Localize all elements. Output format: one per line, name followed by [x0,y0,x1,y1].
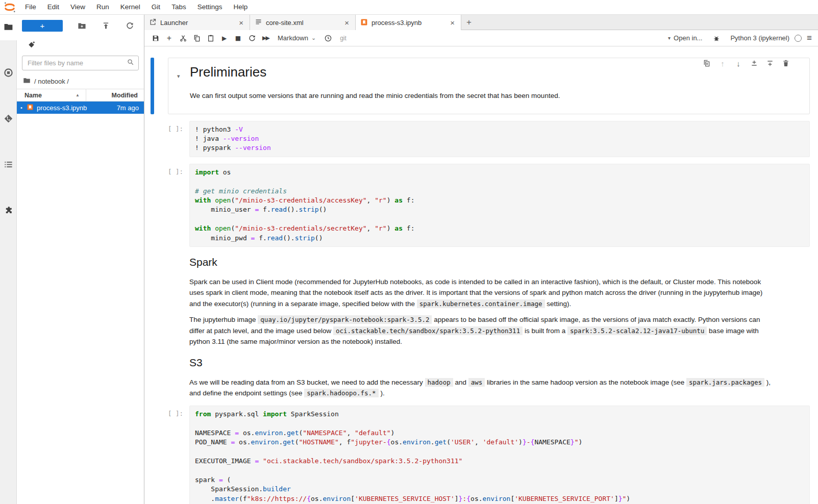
running-sessions-rail-button[interactable] [0,61,17,86]
copy-cells-button[interactable] [190,32,204,44]
code-line: import os [195,168,804,177]
cell-collapser[interactable] [151,406,154,504]
menu-help[interactable]: Help [228,3,253,11]
stop-kernel-button[interactable]: ■ [231,32,245,44]
move-cell-up-button[interactable]: ↑ [717,58,728,69]
markdown-cell[interactable]: S3As we will be reading data from an S3 … [144,357,818,399]
menu-view[interactable]: View [65,3,91,11]
close-icon[interactable]: × [237,18,245,27]
menu-edit[interactable]: Edit [42,3,65,11]
insert-cell-below-button[interactable] [764,58,776,69]
filter-files-input[interactable] [27,59,127,67]
new-launcher-button[interactable]: + [22,20,63,32]
upload-icon[interactable] [101,20,111,31]
tab-process-s3-ipynb[interactable]: process-s3.ipynb × [356,15,461,31]
cut-cells-button[interactable] [176,32,190,44]
code-editor[interactable]: from pyspark.sql import SparkSession NAM… [189,406,810,504]
refresh-icon[interactable] [125,20,135,31]
extensions-rail-button[interactable] [0,198,17,224]
menu-kernel[interactable]: Kernel [115,3,146,11]
text-segment: setting). [545,300,572,308]
new-tab-button[interactable]: + [461,15,477,30]
git-rail-button[interactable] [0,107,17,132]
open-in-dropdown[interactable]: ▾ Open in... [668,34,702,42]
tab-label: Launcher [160,19,234,27]
kernel-name[interactable]: Python 3 (ipykernel) [730,34,789,42]
notebook-cells: ▾PreliminariesWe can first output some v… [144,58,818,504]
restart-run-all-button[interactable]: ▶▶ [259,32,272,44]
stop-circle-icon [4,68,13,80]
cell-collapser[interactable] [151,357,154,399]
code-cell[interactable]: [ ]:! python3 -V! java --version! pyspar… [144,121,818,157]
markdown-cell[interactable]: SparkSpark can be used in Client mode (r… [144,256,818,347]
open-in-label: Open in... [674,34,702,42]
file-browser-rail-button[interactable] [0,15,17,40]
code-line: ! python3 -V [195,125,804,134]
code-editor[interactable]: ! python3 -V! java --version! pyspark --… [189,121,810,157]
text-segment: ). [379,389,385,397]
notebook-toolbar: + ▶ ■ ▶▶ Markdown ⌄ git ▾ Open in... Pyt… [144,30,818,46]
run-cell-button[interactable]: ▶ [217,32,231,44]
column-modified[interactable]: Modified [112,92,144,99]
unsaved-dot-icon: • [20,105,26,111]
cell-collapser[interactable] [151,58,154,114]
inline-code: quay.io/jupyter/pyspark-notebook:spark-3… [258,315,432,324]
rendered-markdown: SparkSpark can be used in Client mode (r… [189,256,810,347]
code-cell[interactable]: [ ]:import os # get minio credentialswit… [144,164,818,247]
folder-icon [4,22,13,34]
file-row[interactable]: •process-s3.ipynb7m ago [17,102,144,114]
rendered-markdown: S3As we will be reading data from an S3 … [189,357,810,399]
git-icon [4,114,13,125]
collapse-heading-caret[interactable]: ▾ [177,73,180,80]
code-line: SparkSession.builder [195,485,804,494]
text-segment: is built from a [523,327,567,335]
debugger-bug-button[interactable] [709,32,723,44]
inline-code: oci.stackable.tech/sandbox/spark:3.5.2-p… [333,326,523,335]
duplicate-cell-button[interactable] [701,58,712,69]
history-button[interactable] [321,32,335,44]
code-line [195,466,804,475]
delete-cell-button[interactable] [780,58,791,69]
paste-cells-button[interactable] [204,32,217,44]
close-icon[interactable]: × [343,18,351,27]
code-line [195,447,804,457]
cell-type-value: Markdown [278,34,308,42]
markdown-paragraph: As we will be reading data from an S3 bu… [189,377,772,399]
breadcrumb[interactable]: / notebook / [17,73,144,89]
code-line: from pyspark.sql import SparkSession [195,410,804,419]
search-icon [127,58,134,68]
column-name[interactable]: Name [17,92,42,99]
menu-tabs[interactable]: Tabs [166,3,192,11]
inline-code: hadoop [425,378,453,387]
cell-collapser[interactable] [151,164,154,247]
breadcrumb-path: / notebook / [34,78,69,85]
cell-type-dropdown[interactable]: Markdown ⌄ [278,34,316,42]
move-cell-down-button[interactable]: ↓ [733,58,744,69]
notebook-icon [360,18,368,28]
code-editor[interactable]: import os # get minio credentialswith op… [189,164,810,247]
git-clone-button[interactable] [28,41,36,51]
insert-cell-button[interactable]: + [162,32,176,44]
insert-cell-above-button[interactable] [749,58,760,69]
code-line: with open("/minio-s3-credentials/accessK… [195,196,804,205]
tab-core-site-xml[interactable]: core-site.xml × [250,15,356,30]
code-line [195,215,804,224]
hamburger-menu-icon[interactable]: ≡ [807,33,812,43]
new-folder-button[interactable] [77,20,87,31]
save-button[interactable] [148,32,162,44]
close-icon[interactable]: × [449,18,456,27]
inline-code: spark:3.5.2-scala2.12-java17-ubuntu [567,326,707,335]
code-line: spark = ( [195,475,804,485]
menu-git[interactable]: Git [146,3,166,11]
cell-collapser[interactable] [151,256,154,347]
code-cell[interactable]: [ ]:from pyspark.sql import SparkSession… [144,406,818,504]
puzzle-icon [4,206,13,217]
text-file-icon [255,18,262,27]
tab-launcher[interactable]: Launcher × [144,15,250,30]
restart-kernel-button[interactable] [245,32,259,44]
cell-collapser[interactable] [151,121,154,157]
table-of-contents-rail-button[interactable] [0,153,17,178]
menu-settings[interactable]: Settings [192,3,228,11]
menu-run[interactable]: Run [91,3,115,11]
menu-file[interactable]: File [19,3,42,11]
